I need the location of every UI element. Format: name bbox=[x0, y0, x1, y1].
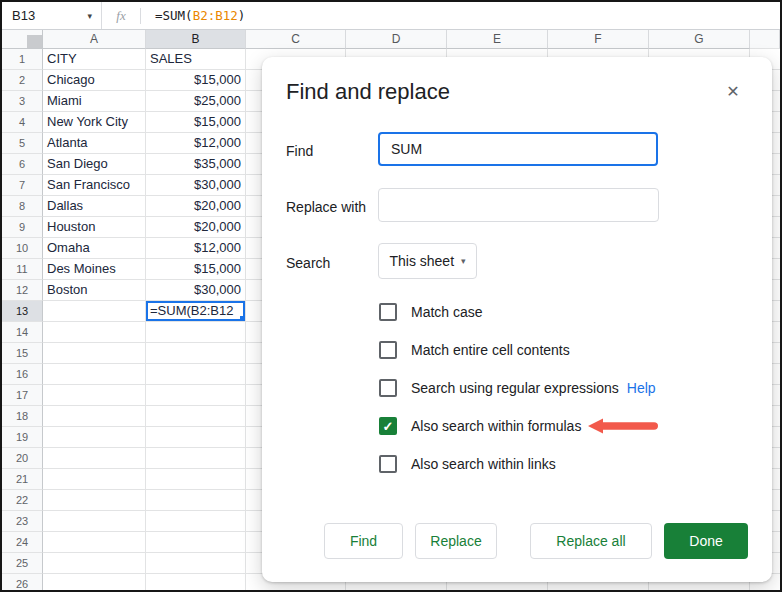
row-header-3[interactable]: 3 bbox=[2, 91, 43, 112]
cell-A6[interactable]: San Diego bbox=[43, 154, 146, 175]
cell-A14[interactable] bbox=[43, 322, 146, 343]
replace-button[interactable]: Replace bbox=[415, 523, 497, 559]
cell-A20[interactable] bbox=[43, 448, 146, 469]
row-header-18[interactable]: 18 bbox=[2, 406, 43, 427]
cell-B5[interactable]: $12,000 bbox=[146, 133, 246, 154]
cell-A5[interactable]: Atlanta bbox=[43, 133, 146, 154]
done-button[interactable]: Done bbox=[664, 523, 748, 559]
cell-A1[interactable]: CITY bbox=[43, 49, 146, 70]
column-header-E[interactable]: E bbox=[447, 30, 548, 49]
cell-B12[interactable]: $30,000 bbox=[146, 280, 246, 301]
row-header-16[interactable]: 16 bbox=[2, 364, 43, 385]
column-header-G[interactable]: G bbox=[649, 30, 750, 49]
unchecked-checkbox-icon[interactable] bbox=[379, 379, 397, 397]
row-header-6[interactable]: 6 bbox=[2, 154, 43, 175]
cell-A15[interactable] bbox=[43, 343, 146, 364]
column-header-B[interactable]: B bbox=[146, 30, 246, 49]
column-header-D[interactable]: D bbox=[346, 30, 447, 49]
column-header-C[interactable]: C bbox=[246, 30, 346, 49]
row-header-11[interactable]: 11 bbox=[2, 259, 43, 280]
row-header-26[interactable]: 26 bbox=[2, 574, 43, 590]
column-header-F[interactable]: F bbox=[548, 30, 649, 49]
row-header-1[interactable]: 1 bbox=[2, 49, 43, 70]
cell-B10[interactable]: $12,000 bbox=[146, 238, 246, 259]
row-header-15[interactable]: 15 bbox=[2, 343, 43, 364]
cell-A21[interactable] bbox=[43, 469, 146, 490]
checked-checkbox-icon[interactable]: ✓ bbox=[379, 417, 397, 435]
replace-input[interactable] bbox=[378, 188, 659, 222]
row-header-21[interactable]: 21 bbox=[2, 469, 43, 490]
row-header-14[interactable]: 14 bbox=[2, 322, 43, 343]
cell-B4[interactable]: $15,000 bbox=[146, 112, 246, 133]
cell-A25[interactable] bbox=[43, 553, 146, 574]
cell-A22[interactable] bbox=[43, 490, 146, 511]
find-input[interactable] bbox=[378, 132, 658, 166]
row-header-7[interactable]: 7 bbox=[2, 175, 43, 196]
cell-B13[interactable]: =SUM(B2:B12 bbox=[146, 301, 246, 322]
cell-B22[interactable] bbox=[146, 490, 246, 511]
column-header-partial[interactable] bbox=[750, 30, 780, 49]
cell-A9[interactable]: Houston bbox=[43, 217, 146, 238]
cell-B14[interactable] bbox=[146, 322, 246, 343]
cell-B7[interactable]: $30,000 bbox=[146, 175, 246, 196]
cell-B11[interactable]: $15,000 bbox=[146, 259, 246, 280]
cell-A10[interactable]: Omaha bbox=[43, 238, 146, 259]
cell-A7[interactable]: San Francisco bbox=[43, 175, 146, 196]
unchecked-checkbox-icon[interactable] bbox=[379, 303, 397, 321]
cell-B15[interactable] bbox=[146, 343, 246, 364]
cell-B9[interactable]: $20,000 bbox=[146, 217, 246, 238]
close-icon[interactable]: ✕ bbox=[723, 81, 743, 101]
cell-A3[interactable]: Miami bbox=[43, 91, 146, 112]
column-header-A[interactable]: A bbox=[43, 30, 146, 49]
cell-A4[interactable]: New York City bbox=[43, 112, 146, 133]
cell-A18[interactable] bbox=[43, 406, 146, 427]
replace-all-button[interactable]: Replace all bbox=[530, 523, 652, 559]
row-header-13[interactable]: 13 bbox=[2, 301, 43, 322]
row-header-22[interactable]: 22 bbox=[2, 490, 43, 511]
cell-A24[interactable] bbox=[43, 532, 146, 553]
row-header-2[interactable]: 2 bbox=[2, 70, 43, 91]
unchecked-checkbox-icon[interactable] bbox=[379, 455, 397, 473]
search-scope-dropdown[interactable]: This sheet ▾ bbox=[378, 243, 477, 279]
find-button[interactable]: Find bbox=[324, 523, 403, 559]
cell-A11[interactable]: Des Moines bbox=[43, 259, 146, 280]
cell-B8[interactable]: $20,000 bbox=[146, 196, 246, 217]
row-header-23[interactable]: 23 bbox=[2, 511, 43, 532]
row-header-4[interactable]: 4 bbox=[2, 112, 43, 133]
row-header-9[interactable]: 9 bbox=[2, 217, 43, 238]
chevron-down-icon[interactable]: ▾ bbox=[87, 11, 92, 21]
row-header-19[interactable]: 19 bbox=[2, 427, 43, 448]
row-header-17[interactable]: 17 bbox=[2, 385, 43, 406]
cell-B18[interactable] bbox=[146, 406, 246, 427]
row-header-8[interactable]: 8 bbox=[2, 196, 43, 217]
formula-input[interactable]: =SUM(B2:B12) bbox=[155, 2, 245, 29]
cell-A12[interactable]: Boston bbox=[43, 280, 146, 301]
row-header-12[interactable]: 12 bbox=[2, 280, 43, 301]
cell-B21[interactable] bbox=[146, 469, 246, 490]
cell-B20[interactable] bbox=[146, 448, 246, 469]
cell-B2[interactable]: $15,000 bbox=[146, 70, 246, 91]
cell-A8[interactable]: Dallas bbox=[43, 196, 146, 217]
cell-A17[interactable] bbox=[43, 385, 146, 406]
cell-B6[interactable]: $35,000 bbox=[146, 154, 246, 175]
cell-A2[interactable]: Chicago bbox=[43, 70, 146, 91]
cell-B26[interactable] bbox=[146, 574, 246, 590]
cell-B3[interactable]: $25,000 bbox=[146, 91, 246, 112]
row-header-10[interactable]: 10 bbox=[2, 238, 43, 259]
cell-A26[interactable] bbox=[43, 574, 146, 590]
select-all-corner[interactable] bbox=[2, 30, 43, 49]
cell-A23[interactable] bbox=[43, 511, 146, 532]
name-box[interactable]: B13 ▾ bbox=[2, 2, 102, 29]
cell-B17[interactable] bbox=[146, 385, 246, 406]
cell-B19[interactable] bbox=[146, 427, 246, 448]
cell-B1[interactable]: SALES bbox=[146, 49, 246, 70]
cell-A13[interactable] bbox=[43, 301, 146, 322]
cell-A19[interactable] bbox=[43, 427, 146, 448]
help-link[interactable]: Help bbox=[627, 380, 656, 396]
row-header-24[interactable]: 24 bbox=[2, 532, 43, 553]
cell-B23[interactable] bbox=[146, 511, 246, 532]
row-header-5[interactable]: 5 bbox=[2, 133, 43, 154]
row-header-20[interactable]: 20 bbox=[2, 448, 43, 469]
unchecked-checkbox-icon[interactable] bbox=[379, 341, 397, 359]
cell-B25[interactable] bbox=[146, 553, 246, 574]
